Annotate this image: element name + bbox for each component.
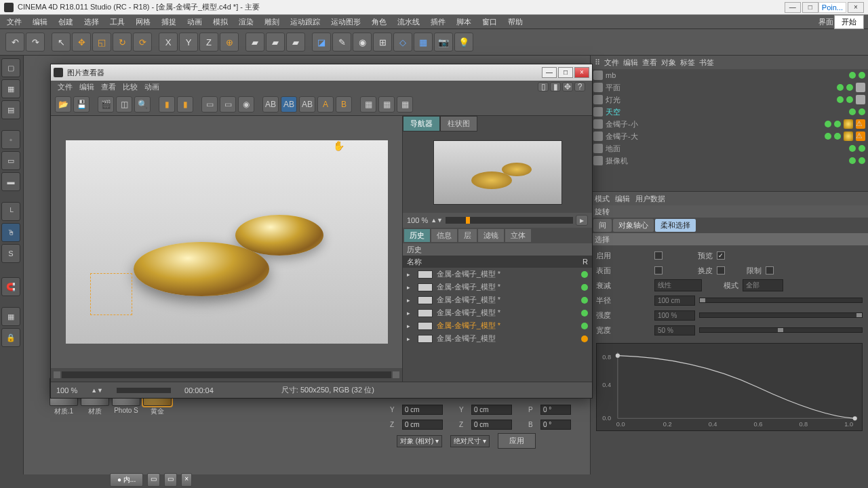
pv-menu-2[interactable]: 查看: [101, 82, 116, 92]
obj-menu-1[interactable]: 编辑: [623, 58, 638, 68]
menu-14[interactable]: 流水线: [393, 16, 424, 28]
undo-icon[interactable]: ↶: [5, 33, 24, 52]
pv-ab3-icon[interactable]: AB: [299, 96, 315, 113]
obj-menu-4[interactable]: 标签: [680, 58, 695, 68]
coord-z-input[interactable]: [402, 420, 443, 430]
pv-save-icon[interactable]: 💾: [73, 96, 90, 113]
point-mode-icon[interactable]: ◦: [1, 130, 20, 149]
menu-10[interactable]: 雕刻: [260, 16, 283, 28]
pv-move-icon[interactable]: ✥: [562, 82, 573, 92]
pv-hscrollbar[interactable]: [51, 368, 402, 382]
cube-icon[interactable]: ◪: [312, 33, 331, 52]
axis-x-icon[interactable]: X: [159, 33, 178, 52]
start-button[interactable]: 开始: [834, 15, 864, 29]
pv-maximize-button[interactable]: □: [558, 67, 573, 78]
preview-checkbox[interactable]: [717, 251, 725, 260]
hist-tab-1[interactable]: 信息: [431, 229, 457, 242]
obj-row-3[interactable]: 天空: [591, 106, 868, 118]
expand-icon[interactable]: ▸: [407, 310, 414, 317]
coord-y2-input[interactable]: [471, 405, 512, 415]
pv-opts-icon[interactable]: ?: [574, 82, 585, 92]
expand-icon[interactable]: ▸: [407, 297, 414, 304]
pen-icon[interactable]: ✎: [332, 33, 351, 52]
pv-layout2-icon[interactable]: ▮: [550, 82, 561, 92]
pv-minimize-button[interactable]: —: [542, 67, 557, 78]
history-row-0[interactable]: ▸金属-金镯子_模型 *: [403, 268, 592, 281]
pv-menu-1[interactable]: 编辑: [79, 82, 94, 92]
coord-mode1-select[interactable]: 对象 (相对) ▾: [397, 435, 442, 447]
pv-zoom-play-icon[interactable]: ▸: [576, 215, 588, 226]
render-dot[interactable]: [859, 145, 865, 152]
obj-row-7[interactable]: 摄像机: [591, 155, 868, 167]
scroll-left-icon[interactable]: [54, 371, 60, 378]
strength-slider[interactable]: [699, 312, 863, 318]
tab-navigator[interactable]: 导航器: [403, 116, 440, 131]
coord-y-input[interactable]: [402, 405, 443, 415]
tab-histogram[interactable]: 柱状图: [440, 116, 477, 131]
attr-tab-2[interactable]: 柔和选择: [655, 219, 696, 232]
vis-dot[interactable]: [849, 108, 856, 115]
obj-row-2[interactable]: 灯光: [591, 94, 868, 106]
poly-mode-icon[interactable]: ▬: [1, 172, 20, 191]
pv-ab1-icon[interactable]: AB: [262, 96, 279, 113]
pv-ab2-icon[interactable]: AB: [281, 96, 297, 113]
history-row-1[interactable]: ▸金属-金镯子_模型 *: [403, 281, 592, 293]
menu-17[interactable]: 窗口: [478, 16, 501, 28]
vis-dot[interactable]: [825, 133, 831, 140]
vis-dot[interactable]: [837, 96, 844, 103]
history-row-4[interactable]: ▸金属-金镯子_模型 *: [403, 319, 592, 332]
mat-tag[interactable]: [844, 119, 853, 129]
vis-dot[interactable]: [837, 84, 844, 91]
pv-grid2-icon[interactable]: ▦: [378, 96, 395, 113]
minimize-button[interactable]: —: [785, 2, 801, 13]
menu-15[interactable]: 插件: [427, 16, 450, 28]
attr-tab-1[interactable]: 对象轴心: [613, 219, 654, 232]
deformer-icon[interactable]: ◇: [393, 33, 412, 52]
obj-row-1[interactable]: 平面: [591, 81, 868, 94]
radius-slider[interactable]: [699, 298, 863, 303]
radius-input[interactable]: 100 cm: [654, 296, 695, 306]
pv-clapper-icon[interactable]: 🎬: [98, 96, 114, 113]
model-mode-icon[interactable]: ▢: [1, 58, 20, 77]
lock-icon[interactable]: 🔒: [1, 328, 20, 347]
taskbar-item[interactable]: ● 内...: [110, 473, 143, 487]
obj-row-4[interactable]: 金镯子-小 ⚠: [591, 118, 868, 130]
rotate-icon[interactable]: ↻: [113, 33, 132, 52]
menu-12[interactable]: 运动图形: [327, 16, 365, 28]
strength-input[interactable]: 100 %: [654, 310, 695, 321]
pv-menu-4[interactable]: 动画: [144, 82, 159, 92]
menu-18[interactable]: 帮助: [504, 16, 527, 28]
menu-16[interactable]: 脚本: [452, 16, 475, 28]
pv-a-icon[interactable]: A: [317, 96, 334, 113]
attr-menu-2[interactable]: 用户数据: [635, 194, 665, 204]
pv-actual-icon[interactable]: ▭: [220, 96, 236, 113]
grid-icon[interactable]: ▦: [1, 307, 20, 326]
taskbar-btn1[interactable]: ▭: [147, 473, 160, 487]
obj-row-6[interactable]: 地面: [591, 142, 868, 155]
menu-7[interactable]: 动画: [183, 16, 206, 28]
pv-status-slider[interactable]: [117, 388, 171, 393]
limit-checkbox[interactable]: [766, 266, 774, 274]
obj-menu-0[interactable]: 文件: [604, 58, 619, 68]
render-dot[interactable]: [834, 133, 841, 140]
workplane-icon[interactable]: ▤: [1, 100, 20, 119]
pv-open-icon[interactable]: 📂: [55, 96, 71, 113]
expand-icon[interactable]: ▸: [407, 323, 414, 329]
history-list[interactable]: ▸金属-金镯子_模型 *▸金属-金镯子_模型 *▸金属-金镯子_模型 *▸金属-…: [403, 268, 592, 382]
menu-9[interactable]: 渲染: [235, 16, 258, 28]
pv-zoom-slider[interactable]: [446, 217, 573, 224]
menu-11[interactable]: 运动跟踪: [286, 16, 324, 28]
pv-layout-icon[interactable]: ▯: [538, 82, 549, 92]
coord-b-input[interactable]: [540, 420, 571, 430]
magnet-icon[interactable]: 🧲: [1, 277, 20, 296]
obj-menu-5[interactable]: 书签: [699, 58, 714, 68]
mat-tag[interactable]: [856, 83, 865, 92]
mat-tag[interactable]: [856, 95, 865, 104]
array-icon[interactable]: ⊞: [373, 33, 392, 52]
close-button[interactable]: ×: [848, 2, 864, 13]
falloff-curve[interactable]: 0.0 0.4 0.8 0.0 0.2 0.4 0.6 0.8 1.0: [596, 343, 863, 431]
apply-button[interactable]: 应用: [498, 433, 536, 449]
vis-dot[interactable]: [825, 121, 831, 127]
hist-tab-2[interactable]: 层: [458, 229, 477, 242]
obj-row-5[interactable]: 金镯子-大 ⚠: [591, 130, 868, 142]
